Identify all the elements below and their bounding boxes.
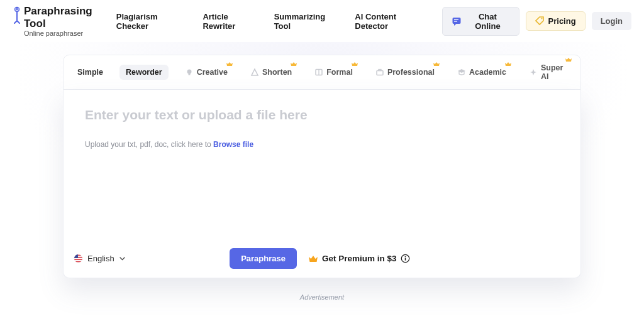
svg-point-1	[15, 8, 16, 9]
tab-creative[interactable]: Creative	[179, 65, 234, 80]
editor-placeholder: Enter your text or upload a file here	[85, 107, 559, 122]
svg-rect-3	[16, 12, 18, 21]
ai-sparkle-icon	[529, 68, 538, 77]
language-label: English	[87, 254, 114, 263]
crown-icon	[505, 62, 511, 67]
mode-tabs: Simple Reworder Creative Shorten Formal	[63, 55, 581, 90]
chat-icon	[452, 16, 462, 26]
pricing-tag-icon	[535, 16, 545, 26]
bulb-icon	[185, 68, 194, 77]
crown-icon	[291, 62, 297, 67]
brand-logo[interactable]: Paraphrasing Tool Online paraphraser	[13, 5, 116, 37]
svg-point-25	[404, 256, 406, 258]
tab-formal-label: Formal	[326, 68, 353, 77]
get-premium-link[interactable]: Get Premium in $3	[308, 254, 410, 263]
upload-hint: Upload your txt, pdf, doc, click here to…	[85, 140, 559, 149]
login-button[interactable]: Login	[592, 12, 631, 30]
nav-summarizing-tool[interactable]: Summarizing Tool	[274, 12, 344, 31]
svg-rect-13	[377, 71, 383, 75]
brand-logo-icon	[13, 6, 22, 24]
tab-creative-label: Creative	[197, 68, 228, 77]
brand-subtitle: Online paraphraser	[24, 30, 116, 37]
crown-icon	[565, 57, 572, 62]
chevron-down-icon	[119, 255, 126, 262]
svg-rect-19	[74, 255, 83, 256]
svg-point-0	[14, 7, 19, 12]
tab-super-ai-label: Super AI	[541, 63, 567, 81]
tab-simple[interactable]: Simple	[71, 65, 109, 80]
tab-academic-label: Academic	[469, 68, 506, 77]
svg-point-2	[18, 8, 19, 9]
tab-super-ai[interactable]: Super AI	[523, 60, 573, 84]
tab-reworder[interactable]: Reworder	[119, 65, 169, 80]
brand-title: Paraphrasing Tool	[24, 5, 116, 30]
briefcase-icon	[375, 68, 384, 77]
tab-formal[interactable]: Formal	[308, 65, 359, 80]
nav-plagiarism-checker[interactable]: Plagiarism Checker	[116, 12, 192, 31]
crown-icon	[352, 62, 358, 67]
login-label: Login	[601, 16, 623, 26]
crown-icon	[226, 62, 233, 67]
advertisement-label: Advertisement	[63, 278, 581, 316]
upload-hint-text: Upload your txt, pdf, doc, click here to	[85, 140, 213, 149]
graduation-icon	[457, 68, 466, 77]
premium-label: Get Premium in $3	[322, 254, 397, 263]
chat-label: Chat Online	[465, 12, 509, 31]
svg-rect-22	[74, 261, 83, 263]
nav-ai-content-detector[interactable]: AI Content Detector	[355, 12, 431, 31]
paraphrase-button[interactable]: Paraphrase	[230, 248, 297, 269]
text-input-area[interactable]: Enter your text or upload a file here Up…	[64, 90, 580, 239]
svg-rect-4	[453, 18, 461, 24]
paraphrase-label: Paraphrase	[241, 254, 286, 263]
svg-marker-16	[530, 69, 536, 75]
svg-rect-21	[74, 259, 83, 260]
svg-point-7	[541, 18, 542, 19]
info-icon	[401, 254, 410, 263]
compress-icon	[250, 68, 259, 77]
pricing-button[interactable]: Pricing	[526, 11, 586, 31]
tab-academic[interactable]: Academic	[451, 65, 513, 80]
flag-us-icon	[74, 254, 83, 263]
tab-shorten[interactable]: Shorten	[244, 65, 298, 80]
crown-icon	[433, 62, 440, 67]
pricing-label: Pricing	[548, 16, 576, 26]
crown-icon	[308, 254, 318, 263]
svg-rect-9	[188, 73, 190, 75]
editor-panel: Enter your text or upload a file here Up…	[63, 90, 581, 278]
book-icon	[314, 68, 323, 77]
nav-article-rewriter[interactable]: Article Rewriter	[203, 12, 262, 31]
tab-simple-label: Simple	[77, 68, 103, 77]
tab-shorten-label: Shorten	[262, 68, 292, 77]
browse-file-link[interactable]: Browse file	[213, 140, 253, 149]
chat-online-button[interactable]: Chat Online	[442, 7, 519, 36]
language-select[interactable]: English	[74, 254, 126, 263]
svg-rect-14	[379, 70, 381, 71]
svg-marker-10	[252, 69, 258, 75]
svg-point-8	[187, 70, 191, 74]
tab-reworder-label: Reworder	[126, 68, 162, 77]
tab-professional-label: Professional	[387, 68, 435, 77]
tab-professional[interactable]: Professional	[369, 65, 441, 80]
